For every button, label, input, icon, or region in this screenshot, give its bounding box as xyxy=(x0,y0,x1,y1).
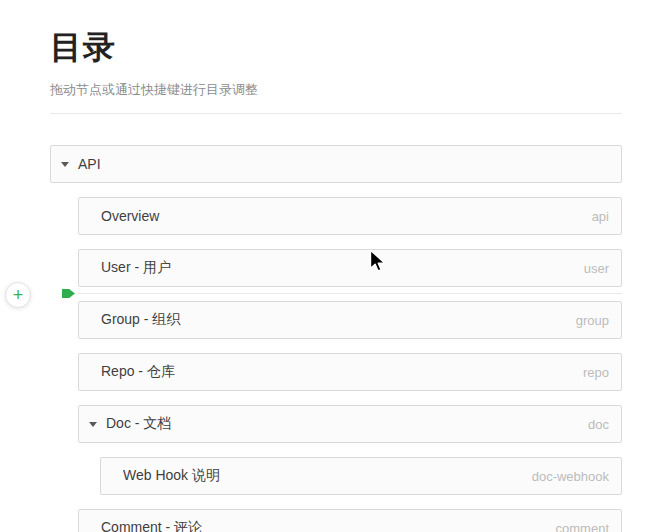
toc-item[interactable]: Group - 组织 group xyxy=(78,301,622,339)
toc-item-label: API xyxy=(78,156,101,172)
toc-item-label: Overview xyxy=(101,208,159,224)
toc-item-slug: group xyxy=(576,313,609,328)
toc-item-label: User - 用户 xyxy=(101,259,171,277)
toc-item-label: Web Hook 说明 xyxy=(123,467,220,485)
toc-item-slug: user xyxy=(584,261,609,276)
toc-item[interactable]: Web Hook 说明 doc-webhook xyxy=(100,457,622,495)
toc-item[interactable]: API xyxy=(50,145,622,183)
toc-item[interactable]: Comment - 评论 comment xyxy=(78,509,622,532)
page-subtitle: 拖动节点或通过快捷键进行目录调整 xyxy=(50,81,258,99)
add-node-button[interactable]: + xyxy=(5,282,31,308)
toc-item-slug: doc xyxy=(588,417,609,432)
toc-item-label: Doc - 文档 xyxy=(106,415,171,433)
toc-item[interactable]: Overview api xyxy=(78,197,622,235)
toc-item-label: Comment - 评论 xyxy=(101,519,202,532)
toc-item-label: Group - 组织 xyxy=(101,311,180,329)
toc-item-slug: doc-webhook xyxy=(532,469,609,484)
caret-down-icon[interactable] xyxy=(89,422,97,427)
toc-item-label: Repo - 仓库 xyxy=(101,363,175,381)
toc-item-slug: repo xyxy=(583,365,609,380)
toc-item-slug: comment xyxy=(556,521,609,532)
page-title: 目录 xyxy=(50,26,116,70)
toc-item-slug: api xyxy=(592,209,609,224)
caret-down-icon[interactable] xyxy=(61,162,69,167)
toc-list: API Overview api User - 用户 user Group - … xyxy=(50,145,622,532)
toc-item[interactable]: Repo - 仓库 repo xyxy=(78,353,622,391)
plus-icon: + xyxy=(13,286,24,304)
toc-item[interactable]: Doc - 文档 doc xyxy=(78,405,622,443)
divider xyxy=(50,113,622,114)
toc-item[interactable]: User - 用户 user xyxy=(78,249,622,287)
